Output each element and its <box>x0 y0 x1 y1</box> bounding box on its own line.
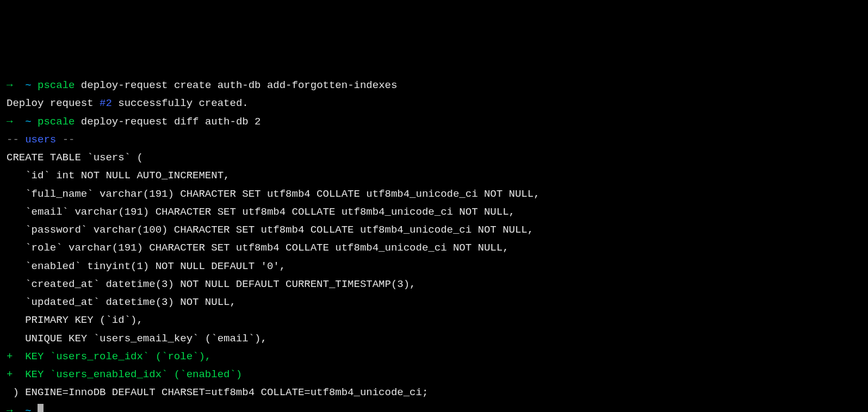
command-args: deploy-request diff auth-db 2 <box>75 116 261 128</box>
diff-added-line: + KEY `users_enabled_idx` (`enabled`) <box>7 369 242 380</box>
diff-added-line: + KEY `users_role_idx` (`role`), <box>7 351 211 363</box>
output-line: Deploy request #2 successfully created. <box>7 97 249 109</box>
cursor-block <box>38 404 44 413</box>
prompt-line-3[interactable]: → ~ <box>7 405 44 413</box>
diff-section-header: -- users -- <box>7 134 75 146</box>
ddl-line: `updated_at` datetime(3) NOT NULL, <box>7 296 236 308</box>
output-text: Deploy request <box>7 97 100 109</box>
ddl-line: `full_name` varchar(191) CHARACTER SET u… <box>7 188 540 200</box>
ddl-line: `email` varchar(191) CHARACTER SET utf8m… <box>7 206 515 218</box>
section-dashes: -- <box>56 134 75 146</box>
section-dashes: -- <box>7 134 25 146</box>
command-name: pscale <box>38 79 75 91</box>
command-args: deploy-request create auth-db add-forgot… <box>75 79 397 91</box>
arrow-icon: → <box>7 405 13 413</box>
ddl-line: ) ENGINE=InnoDB DEFAULT CHARSET=utf8mb4 … <box>7 386 428 398</box>
ddl-line: `password` varchar(100) CHARACTER SET ut… <box>7 224 534 236</box>
ddl-line: `role` varchar(191) CHARACTER SET utf8mb… <box>7 242 509 254</box>
tilde-path: ~ <box>25 79 31 91</box>
ddl-line: `created_at` datetime(3) NOT NULL DEFAUL… <box>7 278 416 290</box>
command-name: pscale <box>38 116 75 128</box>
tilde-path: ~ <box>25 405 31 413</box>
deploy-request-number: #2 <box>100 97 112 109</box>
arrow-icon: → <box>7 116 13 128</box>
arrow-icon: → <box>7 79 13 91</box>
ddl-line: CREATE TABLE `users` ( <box>7 152 143 164</box>
ddl-line: PRIMARY KEY (`id`), <box>7 314 143 326</box>
terminal-output[interactable]: → ~ pscale deploy-request create auth-db… <box>7 77 861 412</box>
table-name: users <box>25 134 56 146</box>
prompt-line-1: → ~ pscale deploy-request create auth-db… <box>7 79 397 91</box>
output-text: successfully created. <box>112 97 249 109</box>
ddl-line: UNIQUE KEY `users_email_key` (`email`), <box>7 333 267 345</box>
ddl-line: `enabled` tinyint(1) NOT NULL DEFAULT '0… <box>7 260 286 272</box>
prompt-line-2: → ~ pscale deploy-request diff auth-db 2 <box>7 116 261 128</box>
tilde-path: ~ <box>25 116 31 128</box>
ddl-line: `id` int NOT NULL AUTO_INCREMENT, <box>7 170 230 182</box>
